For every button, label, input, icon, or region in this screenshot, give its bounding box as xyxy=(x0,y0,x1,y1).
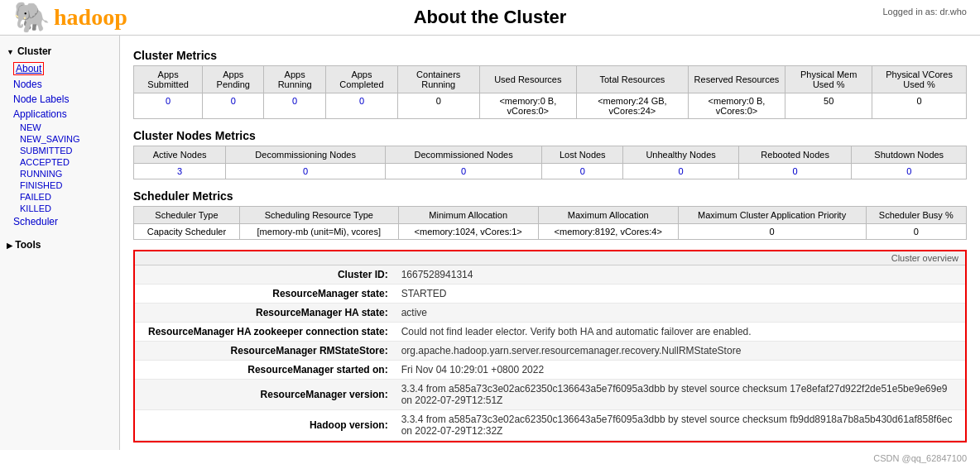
co-row-3: ResourceManager HA zookeeper connection … xyxy=(135,323,965,342)
link-decommissioned[interactable]: 0 xyxy=(461,166,466,176)
sidebar-state-accepted[interactable]: ACCEPTED xyxy=(20,156,119,168)
state-accepted-link[interactable]: ACCEPTED xyxy=(20,157,70,167)
co-label-2: ResourceManager HA state: xyxy=(135,304,395,323)
co-row-6: ResourceManager version:3.3.4 from a585a… xyxy=(135,380,965,410)
col-decommissioned: Decommissioned Nodes xyxy=(386,146,542,164)
co-label-1: ResourceManager state: xyxy=(135,285,395,304)
state-running-link[interactable]: RUNNING xyxy=(20,169,62,179)
footer: CSDN @qq_62847100 xyxy=(0,450,980,464)
sidebar-scheduler-link[interactable]: Scheduler xyxy=(13,216,58,227)
cluster-metrics-table: Apps Submitted Apps Pending Apps Running… xyxy=(133,65,967,119)
col-apps-running: Apps Running xyxy=(264,66,326,93)
col-sched-type: Scheduler Type xyxy=(134,207,240,224)
content-area: Cluster Metrics Apps Submitted Apps Pend… xyxy=(120,36,980,450)
co-label-0: Cluster ID: xyxy=(135,265,395,285)
val-lost: 0 xyxy=(542,164,623,179)
node-metrics-title: Cluster Nodes Metrics xyxy=(133,129,967,142)
link-apps-running[interactable]: 0 xyxy=(292,96,297,106)
sidebar-state-failed[interactable]: FAILED xyxy=(20,191,119,203)
co-row-4: ResourceManager RMStateStore:org.apache.… xyxy=(135,342,965,361)
sidebar-applications-link[interactable]: Applications xyxy=(13,108,67,120)
col-unhealthy: Unhealthy Nodes xyxy=(623,146,738,164)
sidebar-nodes-link[interactable]: Nodes xyxy=(13,79,42,90)
sidebar-item-node-labels[interactable]: Node Labels xyxy=(0,92,119,107)
scheduler-row: Capacity Scheduler [memory-mb (unit=Mi),… xyxy=(134,224,967,240)
col-lost-nodes: Lost Nodes xyxy=(542,146,623,164)
co-value-3: Could not find leader elector. Verify bo… xyxy=(395,323,965,342)
co-value-2: active xyxy=(395,304,965,323)
sidebar-item-applications[interactable]: Applications xyxy=(0,107,119,122)
val-apps-submitted: 0 xyxy=(134,93,203,119)
link-apps-completed[interactable]: 0 xyxy=(359,96,364,106)
state-new-saving-link[interactable]: NEW_SAVING xyxy=(20,134,80,144)
link-decommissioning[interactable]: 0 xyxy=(303,166,308,176)
hadoop-elephant-icon: 🐘 xyxy=(13,0,50,35)
col-containers-running: Containers Running xyxy=(397,66,479,93)
link-lost[interactable]: 0 xyxy=(580,166,585,176)
co-label-7: Hadoop version: xyxy=(135,410,395,441)
co-row-1: ResourceManager state:STARTED xyxy=(135,285,965,304)
val-sched-type: Capacity Scheduler xyxy=(134,224,240,240)
col-rebooted: Rebooted Nodes xyxy=(738,146,852,164)
state-finished-link[interactable]: FINISHED xyxy=(20,180,62,190)
sidebar-item-nodes[interactable]: Nodes xyxy=(0,77,119,92)
sidebar-about-link[interactable]: About xyxy=(13,62,44,75)
node-metrics-row: 3 0 0 0 0 0 0 xyxy=(134,164,967,179)
link-unhealthy[interactable]: 0 xyxy=(679,166,684,176)
sidebar-tools-section[interactable]: Tools xyxy=(0,236,119,254)
co-label-6: ResourceManager version: xyxy=(135,380,395,410)
col-used-resources: Used Resources xyxy=(479,66,577,93)
co-label-5: ResourceManager started on: xyxy=(135,361,395,380)
val-phys-mem: 50 xyxy=(785,93,872,119)
col-decommissioning: Decommissioning Nodes xyxy=(226,146,386,164)
state-failed-link[interactable]: FAILED xyxy=(20,192,51,202)
sidebar-state-running[interactable]: RUNNING xyxy=(20,168,119,179)
co-value-0: 1667528941314 xyxy=(395,265,965,285)
sidebar-state-new[interactable]: NEW xyxy=(20,122,119,133)
sidebar-state-killed[interactable]: KILLED xyxy=(20,203,119,214)
col-reserved-resources: Reserved Resources xyxy=(688,66,785,93)
co-value-6: 3.3.4 from a585a73c3e02ac62350c136643a5e… xyxy=(395,380,965,410)
link-active-nodes[interactable]: 3 xyxy=(177,166,182,176)
sidebar-state-finished[interactable]: FINISHED xyxy=(20,179,119,191)
state-killed-link[interactable]: KILLED xyxy=(20,203,51,213)
val-decommissioned: 0 xyxy=(386,164,542,179)
co-label-3: ResourceManager HA zookeeper connection … xyxy=(135,323,395,342)
sidebar-cluster-toggle[interactable]: Cluster xyxy=(0,42,119,60)
val-decommissioning: 0 xyxy=(226,164,386,179)
val-apps-pending: 0 xyxy=(203,93,264,119)
link-shutdown[interactable]: 0 xyxy=(906,166,911,176)
logo-text: hadoop xyxy=(54,4,127,31)
cluster-toggle-icon xyxy=(7,45,14,57)
state-submitted-link[interactable]: SUBMITTED xyxy=(20,146,73,155)
link-apps-submitted[interactable]: 0 xyxy=(166,96,171,106)
sidebar-state-submitted[interactable]: SUBMITTED xyxy=(20,145,119,156)
link-apps-pending[interactable]: 0 xyxy=(231,96,236,106)
sidebar-app-states: NEW NEW_SAVING SUBMITTED ACCEPTED RUNNIN… xyxy=(0,122,119,214)
col-shutdown: Shutdown Nodes xyxy=(852,146,967,164)
page-title: About the Cluster xyxy=(414,7,567,28)
sidebar-nodelabels-link[interactable]: Node Labels xyxy=(13,93,69,105)
footer-watermark: CSDN @qq_62847100 xyxy=(873,453,967,463)
val-sched-resource-type: [memory-mb (unit=Mi), vcores] xyxy=(239,224,398,240)
cluster-overview-header: Cluster overview xyxy=(135,251,965,265)
state-new-link[interactable]: NEW xyxy=(20,122,41,132)
val-rebooted: 0 xyxy=(738,164,852,179)
sidebar-cluster-label: Cluster xyxy=(17,45,51,57)
sidebar-state-new-saving[interactable]: NEW_SAVING xyxy=(20,133,119,145)
col-active-nodes: Active Nodes xyxy=(134,146,226,164)
col-apps-submitted: Apps Submitted xyxy=(134,66,203,93)
val-active-nodes: 3 xyxy=(134,164,226,179)
link-rebooted[interactable]: 0 xyxy=(793,166,798,176)
scheduler-metrics-table: Scheduler Type Scheduling Resource Type … xyxy=(133,206,967,240)
sidebar-item-scheduler[interactable]: Scheduler xyxy=(0,214,119,229)
logo-area: 🐘 hadoop xyxy=(13,0,127,35)
node-metrics-table: Active Nodes Decommissioning Nodes Decom… xyxy=(133,146,967,179)
val-reserved-resources: <memory:0 B, vCores:0> xyxy=(688,93,785,119)
col-max-priority: Maximum Cluster Application Priority xyxy=(678,207,866,224)
val-apps-completed: 0 xyxy=(326,93,398,119)
val-min-alloc: <memory:1024, vCores:1> xyxy=(398,224,538,240)
val-containers-running: 0 xyxy=(397,93,479,119)
col-min-alloc: Minimum Allocation xyxy=(398,207,538,224)
sidebar-item-about[interactable]: About xyxy=(0,60,119,77)
